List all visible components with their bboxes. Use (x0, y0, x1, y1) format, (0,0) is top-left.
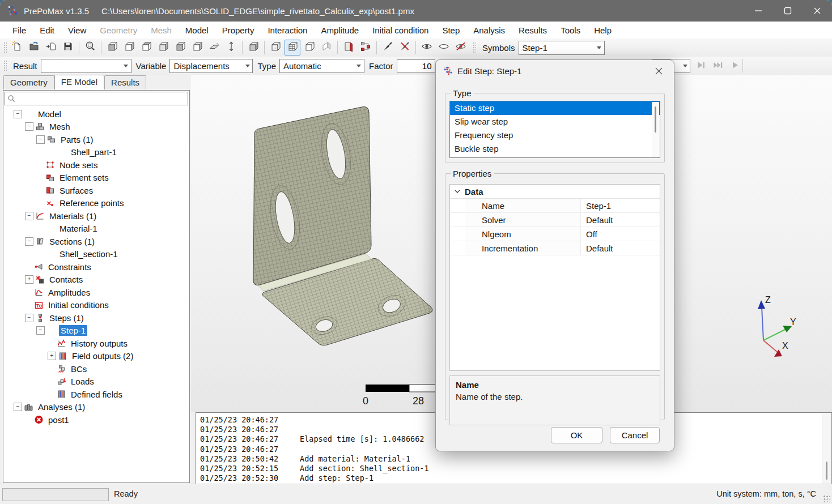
step-type-option-frequency-step[interactable]: Frequency step (450, 129, 660, 142)
property-value[interactable]: Step-1 (581, 201, 611, 211)
save-button[interactable] (60, 40, 76, 55)
tree-item-initial-conditions[interactable]: ToInitial conditions (3, 299, 189, 312)
tree-item-surfaces[interactable]: Surfaces (3, 184, 189, 197)
tree-item-contacts[interactable]: +Contacts (3, 274, 189, 287)
tree-item-model[interactable]: −Model (3, 108, 189, 121)
property-value[interactable]: Default (581, 244, 613, 253)
view-right-button[interactable] (189, 40, 205, 55)
factor-input[interactable] (397, 59, 435, 72)
search-input[interactable] (18, 93, 188, 104)
step-type-option-static-step[interactable]: Static step (450, 101, 660, 115)
show-items-button[interactable] (419, 40, 435, 55)
menu-model[interactable]: Model (179, 23, 215, 37)
menu-view[interactable]: View (61, 23, 93, 37)
tab-results[interactable]: Results (104, 75, 146, 89)
tree-item-defined-fields[interactable]: Defined fields (3, 388, 189, 401)
tree-item-node-sets[interactable]: Node sets (3, 159, 189, 172)
tree-expander-expand[interactable]: + (25, 275, 33, 284)
mesh-view-button[interactable] (285, 40, 300, 55)
import-file-button[interactable] (43, 40, 59, 55)
symbols-combo[interactable]: Step-1 (519, 41, 605, 55)
step-type-option-slip-wear-step[interactable]: Slip wear step (450, 115, 660, 129)
type-list-scrollbar-thumb[interactable] (655, 106, 656, 133)
tab-fe-model[interactable]: FE Model (54, 75, 104, 89)
view-back-button[interactable] (121, 40, 137, 55)
anim-play-button[interactable] (727, 58, 743, 74)
fit-height-button[interactable] (223, 40, 239, 55)
tree-expander-collapse[interactable]: − (14, 110, 22, 118)
view-bottom-button[interactable] (155, 40, 171, 55)
remove-annotations-button[interactable] (397, 40, 413, 55)
tree-item-analyses-1[interactable]: −Analyses (1) (3, 401, 189, 414)
property-value[interactable]: Off (581, 229, 597, 239)
view-left-button[interactable] (172, 40, 188, 55)
tree-expander-expand[interactable]: + (48, 352, 56, 360)
result-combo[interactable] (41, 59, 131, 73)
tree-item-materials-1[interactable]: −Materials (1) (3, 210, 189, 223)
show-only-items-button[interactable] (436, 40, 452, 55)
cancel-button[interactable]: Cancel (610, 427, 660, 443)
view-front-button[interactable] (104, 40, 120, 55)
property-row-incrementation[interactable]: IncrementationDefault (450, 241, 660, 255)
menu-results[interactable]: Results (512, 23, 554, 37)
dialog-close-icon[interactable] (651, 63, 666, 78)
tree-item-sections-1[interactable]: −Sections (1) (3, 235, 189, 248)
view-top-button[interactable] (138, 40, 154, 55)
tree-expander-collapse[interactable]: − (25, 122, 33, 131)
menu-edit[interactable]: Edit (33, 23, 61, 37)
log-scrollbar-thumb[interactable] (826, 462, 827, 480)
menu-file[interactable]: File (6, 23, 33, 37)
menu-interaction[interactable]: Interaction (261, 23, 314, 37)
property-row-nlgeom[interactable]: NlgeomOff (450, 227, 660, 241)
tab-geometry[interactable]: Geometry (3, 75, 54, 89)
property-row-name[interactable]: NameStep-1 (450, 199, 660, 213)
property-value[interactable]: Default (581, 215, 613, 225)
open-file-button[interactable] (26, 40, 42, 55)
anim-fast-forward-button[interactable] (710, 58, 726, 74)
menu-step[interactable]: Step (435, 23, 466, 37)
menu-analysis[interactable]: Analysis (466, 23, 512, 37)
results-color-button[interactable] (341, 40, 356, 55)
resize-grip[interactable] (823, 495, 830, 502)
menu-tools[interactable]: Tools (554, 23, 587, 37)
tree-item-steps-1[interactable]: −Steps (1) (3, 311, 189, 324)
property-row-solver[interactable]: SolverDefault (450, 213, 660, 227)
ok-button[interactable]: OK (551, 427, 602, 443)
menu-geometry[interactable]: Geometry (93, 23, 144, 37)
regenerate-tree-button[interactable] (358, 40, 373, 55)
anim-step-button[interactable] (693, 58, 709, 74)
menu-property[interactable]: Property (215, 23, 261, 37)
tree-item-field-outputs-2[interactable]: +Field outputs (2) (3, 350, 189, 363)
tree-expander-collapse[interactable]: − (36, 326, 45, 335)
hide-items-button[interactable] (453, 40, 469, 55)
toolbar-grip[interactable] (3, 41, 7, 54)
tree-item-material-1[interactable]: Material-1 (3, 223, 189, 236)
tree-expander-collapse[interactable]: − (25, 314, 33, 322)
shell-part-mesh[interactable] (253, 106, 432, 345)
tree-item-shell-section-1[interactable]: Shell_section-1 (3, 248, 189, 261)
step-type-option-buckle-step[interactable]: Buckle step (450, 142, 660, 156)
tree-expander-collapse[interactable]: − (36, 135, 45, 144)
tree-item-reference-points[interactable]: Reference points (3, 197, 189, 210)
view-plane-button[interactable] (206, 40, 222, 55)
close-button[interactable] (803, 0, 832, 22)
section-view-button[interactable] (319, 40, 334, 55)
collapse-chevron-icon[interactable] (450, 189, 465, 194)
menu-initial-condition[interactable]: Initial condition (366, 23, 435, 37)
tree-item-step-1[interactable]: −Step-1 (3, 324, 189, 338)
log-scrollbar[interactable] (822, 413, 831, 484)
menu-help[interactable]: Help (587, 23, 618, 37)
toolbar-grip[interactable] (472, 41, 476, 54)
wireframe-view-button[interactable] (268, 40, 283, 55)
tree-item-element-sets[interactable]: Element sets (3, 172, 189, 185)
tree-item-amplitudes[interactable]: Amplitudes (3, 286, 189, 299)
type-list-scrollbar[interactable] (652, 102, 659, 157)
zoom-fit-button[interactable] (82, 40, 98, 55)
toolbar-grip[interactable] (3, 59, 7, 72)
new-file-button[interactable] (9, 40, 25, 55)
tree-search[interactable] (5, 92, 188, 105)
variable-combo[interactable]: Displacements (169, 59, 253, 73)
hidden-edges-view-button[interactable] (302, 40, 317, 55)
tree-item-history-outputs[interactable]: History outputs (3, 337, 189, 350)
perspective-cube-button[interactable] (245, 40, 261, 55)
